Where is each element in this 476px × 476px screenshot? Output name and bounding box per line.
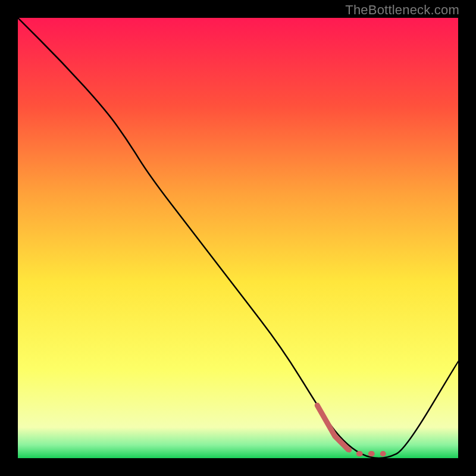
plot-area — [18, 18, 458, 458]
bottleneck-chart — [18, 18, 458, 458]
chart-frame: TheBottleneck.com — [0, 0, 476, 476]
gradient-background — [18, 18, 458, 458]
watermark-text: TheBottleneck.com — [345, 2, 459, 18]
